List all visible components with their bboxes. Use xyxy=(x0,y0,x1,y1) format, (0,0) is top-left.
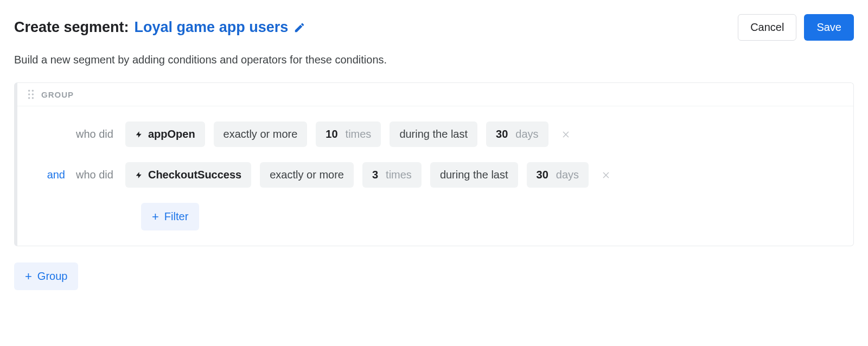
cancel-button[interactable]: Cancel xyxy=(738,14,796,41)
add-group-button[interactable]: + Group xyxy=(14,262,78,290)
count-value: 10 xyxy=(326,128,337,140)
condition-row: who did appOpen exactly or more 10 times… xyxy=(24,121,840,147)
bolt-icon xyxy=(135,130,143,139)
count-value: 3 xyxy=(372,169,378,181)
add-filter-row: + Filter xyxy=(24,203,840,230)
segment-name[interactable]: Loyal game app users xyxy=(135,19,289,36)
plus-icon: + xyxy=(152,211,159,223)
svg-point-1 xyxy=(32,90,34,92)
range-unit: days xyxy=(556,169,579,181)
connector-label[interactable]: and xyxy=(47,169,65,181)
connector-slot: and xyxy=(24,169,67,181)
title-prefix: Create segment: xyxy=(14,19,129,36)
condition-row: and who did CheckoutSuccess exactly or m… xyxy=(24,162,840,188)
add-filter-button[interactable]: + Filter xyxy=(141,203,199,230)
page-subtitle: Build a new segment by adding conditions… xyxy=(14,54,854,66)
page-header: Create segment: Loyal game app users Can… xyxy=(14,14,854,41)
event-name: appOpen xyxy=(148,128,195,140)
range-value: 30 xyxy=(537,169,548,181)
plus-icon: + xyxy=(25,271,32,283)
group-body: who did appOpen exactly or more 10 times… xyxy=(17,106,853,246)
save-button[interactable]: Save xyxy=(804,14,854,41)
header-actions: Cancel Save xyxy=(738,14,854,41)
count-unit: times xyxy=(386,169,412,181)
range-label-chip[interactable]: during the last xyxy=(390,121,477,147)
who-did-label: who did xyxy=(76,128,113,140)
event-name: CheckoutSuccess xyxy=(148,169,241,181)
count-chip[interactable]: 10 times xyxy=(316,121,381,147)
remove-condition-icon[interactable] xyxy=(557,128,575,141)
edit-icon[interactable] xyxy=(293,22,305,34)
event-chip[interactable]: CheckoutSuccess xyxy=(125,162,251,188)
drag-handle-icon[interactable] xyxy=(27,89,35,99)
event-chip[interactable]: appOpen xyxy=(125,121,205,147)
svg-point-2 xyxy=(28,93,30,95)
add-group-label: Group xyxy=(37,270,68,283)
title-wrap: Create segment: Loyal game app users xyxy=(14,19,305,36)
comparator-chip[interactable]: exactly or more xyxy=(260,162,354,188)
group-header: GROUP xyxy=(17,83,853,106)
range-unit: days xyxy=(515,128,538,140)
range-value-chip[interactable]: 30 days xyxy=(486,121,548,147)
svg-point-5 xyxy=(32,97,34,99)
count-chip[interactable]: 3 times xyxy=(362,162,422,188)
svg-point-3 xyxy=(32,93,34,95)
svg-point-4 xyxy=(28,97,30,99)
segment-group: GROUP who did appOpen exactly or more 10… xyxy=(14,82,854,246)
who-did-label: who did xyxy=(76,169,113,181)
remove-condition-icon[interactable] xyxy=(597,169,615,182)
add-filter-label: Filter xyxy=(164,210,188,223)
count-unit: times xyxy=(346,128,372,140)
range-value-chip[interactable]: 30 days xyxy=(527,162,589,188)
comparator-chip[interactable]: exactly or more xyxy=(214,121,308,147)
range-label-chip[interactable]: during the last xyxy=(430,162,518,188)
svg-point-0 xyxy=(28,90,30,92)
group-label: GROUP xyxy=(41,90,74,99)
range-value: 30 xyxy=(496,128,508,140)
bolt-icon xyxy=(135,170,143,180)
